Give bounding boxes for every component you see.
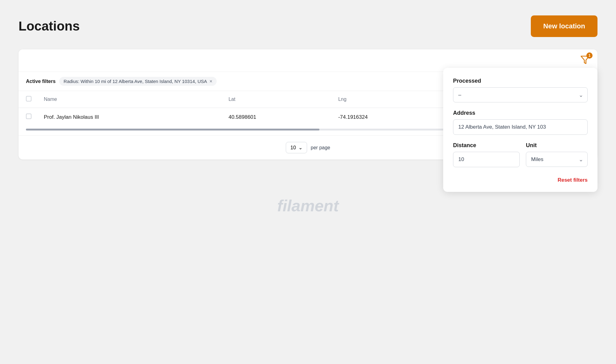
page-title: Locations [19, 19, 80, 34]
row-checkbox[interactable] [26, 114, 31, 119]
distance-input[interactable] [453, 152, 520, 167]
filter-badge: 1 [586, 52, 593, 59]
distance-label: Distance [453, 142, 520, 149]
filter-tag-close[interactable]: × [210, 79, 212, 84]
processed-select-wrapper: – Yes No ⌄ [453, 87, 588, 102]
row-name-cell: Prof. Jaylan Nikolaus III [38, 108, 222, 126]
filter-panel: Processed – Yes No ⌄ Address Distance Un… [443, 68, 597, 192]
filter-tag-text: Radius: Within 10 mi of 12 Alberta Ave, … [64, 79, 207, 84]
col-header-check [19, 91, 38, 108]
select-all-checkbox[interactable] [26, 96, 31, 101]
unit-col: Unit Miles Kilometers ⌄ [526, 142, 588, 175]
filter-tag: Radius: Within 10 mi of 12 Alberta Ave, … [59, 77, 217, 86]
row-check-cell [19, 108, 38, 126]
col-header-name: Name [38, 91, 222, 108]
address-input[interactable] [453, 119, 588, 135]
chevron-down-icon: ⌄ [298, 145, 302, 151]
filter-toggle-button[interactable]: 1 [580, 55, 590, 66]
filament-watermark: filament [277, 196, 339, 215]
row-lat-cell: 40.5898601 [222, 108, 332, 126]
distance-col: Distance [453, 142, 520, 175]
reset-filters-button[interactable]: Reset filters [453, 177, 588, 183]
per-page-label: per page [311, 145, 330, 151]
unit-select-wrapper: Miles Kilometers ⌄ [526, 152, 588, 167]
distance-unit-row: Distance Unit Miles Kilometers ⌄ [453, 142, 588, 175]
scrollbar-thumb [26, 129, 319, 130]
per-page-select[interactable]: 10 ⌄ [286, 142, 307, 153]
processed-select[interactable]: – Yes No [453, 87, 588, 102]
unit-select[interactable]: Miles Kilometers [526, 152, 588, 167]
unit-label: Unit [526, 142, 588, 149]
row-lng-cell: -74.1916324 [332, 108, 447, 126]
per-page-value: 10 [290, 145, 296, 151]
active-filters-label: Active filters [26, 79, 56, 84]
address-label: Address [453, 110, 588, 116]
page-header: Locations New location [19, 15, 597, 37]
col-header-lat: Lat [222, 91, 332, 108]
col-header-lng: Lng [332, 91, 447, 108]
processed-label: Processed [453, 78, 588, 84]
new-location-button[interactable]: New location [531, 15, 597, 37]
